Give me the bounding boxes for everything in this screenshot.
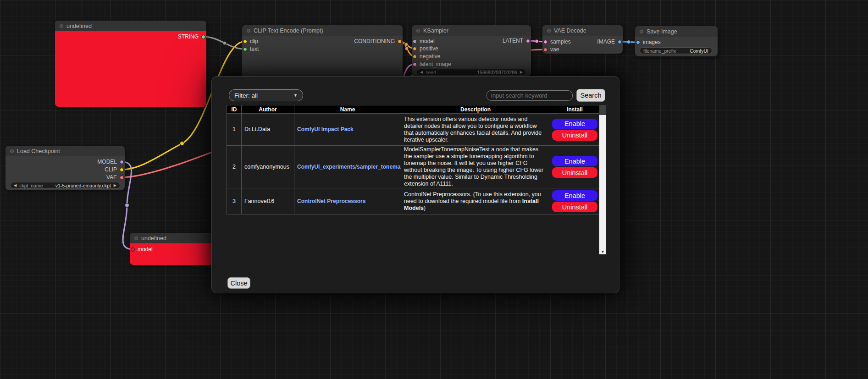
increment-arrow-icon[interactable]: ▶ <box>114 184 116 187</box>
decrement-arrow-icon[interactable]: ◀ <box>420 71 423 74</box>
extension-author: comfyanonymous <box>242 146 294 188</box>
node-undefined-top[interactable]: undefined STRING <box>55 21 206 107</box>
collapse-dot-icon[interactable] <box>416 29 420 33</box>
seed-widget[interactable]: ◀ seed 156680208700286 ▶ <box>416 69 526 76</box>
enable-button[interactable]: Enable <box>552 119 597 129</box>
output-slot-string[interactable]: STRING <box>178 33 205 40</box>
node-vae-decode[interactable]: VAE Decode samples vae IMAGE <box>542 25 623 54</box>
node-title: undefined <box>141 235 166 242</box>
node-ksampler[interactable]: KSampler model positive negative latent_… <box>412 25 531 77</box>
extension-link[interactable]: ComfyUI Impact Pack <box>297 126 354 132</box>
filter-select[interactable]: Filter: all ▼ <box>229 89 303 101</box>
scrollbar[interactable]: ▼ <box>599 105 606 254</box>
output-slot-clip[interactable]: CLIP <box>105 166 124 173</box>
slot-dot <box>243 47 247 51</box>
col-name: Name <box>294 105 401 114</box>
input-slot-negative[interactable]: negative <box>413 53 440 60</box>
slot-dot <box>413 62 417 66</box>
enable-button[interactable]: Enable <box>552 156 597 166</box>
filename-prefix-widget[interactable]: filename_prefix ComfyUI <box>640 47 712 54</box>
scroll-down-icon[interactable]: ▼ <box>599 250 606 254</box>
slot-dot <box>243 39 247 44</box>
slot-dot <box>618 40 622 44</box>
slot-dot <box>120 168 124 172</box>
output-slot-image[interactable]: IMAGE <box>597 38 622 45</box>
error-node-body <box>55 31 206 107</box>
node-load-checkpoint[interactable]: Load Checkpoint MODEL CLIP VAE ◀ ckpt_na… <box>6 146 125 190</box>
graph-canvas[interactable]: undefined STRING CLIP Text Encode (Promp… <box>0 0 868 379</box>
slot-dot <box>526 39 530 43</box>
output-slot-conditioning[interactable]: CONDITIONING <box>354 38 402 45</box>
col-id: ID <box>227 105 242 114</box>
input-slot-vae[interactable]: vae <box>543 46 559 53</box>
collapse-dot-icon[interactable] <box>10 149 14 153</box>
extensions-table-container: ID Author Name Description Install 1 Dr.… <box>227 105 606 254</box>
node-title: CLIP Text Encode (Prompt) <box>254 27 323 34</box>
link-dot <box>404 43 408 46</box>
extension-link[interactable]: ControlNet Preprocessors <box>297 198 365 204</box>
scrollbar-thumb[interactable] <box>599 105 606 115</box>
slot-dot <box>131 247 135 252</box>
extension-id: 2 <box>227 146 242 188</box>
node-title: VAE Decode <box>554 27 586 34</box>
slot-dot <box>543 48 547 52</box>
input-slot-clip[interactable]: clip <box>243 38 258 45</box>
link-dot <box>125 203 129 208</box>
input-slot-samples[interactable]: samples <box>543 38 571 45</box>
decrement-arrow-icon[interactable]: ◀ <box>14 184 17 187</box>
search-input[interactable] <box>487 90 573 101</box>
col-install: Install <box>550 105 600 114</box>
output-slot-vae[interactable]: VAE <box>106 174 124 181</box>
extension-description: This extension offers various detector n… <box>401 114 550 146</box>
slot-dot <box>120 176 124 180</box>
slot-dot <box>413 47 417 51</box>
input-slot-latent-image[interactable]: latent_image <box>413 60 451 68</box>
collapse-dot-icon[interactable] <box>134 236 138 240</box>
output-slot-model[interactable]: MODEL <box>97 158 124 165</box>
uninstall-button[interactable]: Uninstall <box>552 167 597 178</box>
increment-arrow-icon[interactable]: ▶ <box>520 71 523 74</box>
input-slot-text[interactable]: text <box>243 45 259 53</box>
node-title: KSampler <box>423 27 448 34</box>
node-save-image[interactable]: Save Image images filename_prefix ComfyU… <box>635 26 718 56</box>
node-undefined-bottom[interactable]: undefined model <box>130 233 215 265</box>
input-slot-model[interactable]: model <box>413 38 435 45</box>
uninstall-button[interactable]: Uninstall <box>552 202 597 212</box>
extension-id: 1 <box>227 114 242 146</box>
collapse-dot-icon[interactable] <box>247 29 250 33</box>
col-description: Description <box>401 105 550 114</box>
link-dot <box>405 47 409 50</box>
slot-dot <box>201 35 205 39</box>
slot-dot <box>120 160 124 164</box>
enable-button[interactable]: Enable <box>552 190 597 201</box>
slot-dot <box>413 39 417 44</box>
extension-description: ControlNet Preprocessors. (To use this e… <box>401 188 550 214</box>
input-slot-model[interactable]: model <box>131 246 153 253</box>
link-dot <box>535 39 539 43</box>
slot-dot <box>636 40 640 44</box>
node-title: undefined <box>66 23 92 29</box>
slot-dot <box>413 55 417 59</box>
output-slot-latent[interactable]: LATENT <box>503 37 530 44</box>
node-title: Save Image <box>647 28 677 35</box>
manager-dialog: Filter: all ▼ Search ID Author Name Desc… <box>211 76 619 293</box>
collapse-dot-icon[interactable] <box>640 30 643 33</box>
extension-author: Fannovel16 <box>242 188 294 214</box>
table-row: 2 comfyanonymous ComfyUI_experiments/sam… <box>227 146 600 188</box>
table-row: 3 Fannovel16 ControlNet Preprocessors Co… <box>227 188 600 214</box>
search-button[interactable]: Search <box>576 89 605 102</box>
chevron-down-icon: ▼ <box>293 93 298 98</box>
collapse-dot-icon[interactable] <box>547 29 551 33</box>
input-slot-positive[interactable]: positive <box>413 45 438 52</box>
extension-link[interactable]: ComfyUI_experiments/sampler_tonemap <box>297 164 401 170</box>
uninstall-button[interactable]: Uninstall <box>552 130 597 141</box>
slot-dot <box>543 40 547 44</box>
collapse-dot-icon[interactable] <box>60 24 63 28</box>
table-header-row: ID Author Name Description Install <box>227 105 600 114</box>
close-button[interactable]: Close <box>227 277 250 289</box>
link-dot <box>180 142 184 146</box>
table-row: 1 Dr.Lt.Data ComfyUI Impact Pack This ex… <box>227 114 600 146</box>
input-slot-images[interactable]: images <box>636 38 661 46</box>
extension-id: 3 <box>227 188 242 214</box>
ckpt-name-widget[interactable]: ◀ ckpt_name v1-5-pruned-emaonly.ckpt ▶ <box>10 182 120 189</box>
